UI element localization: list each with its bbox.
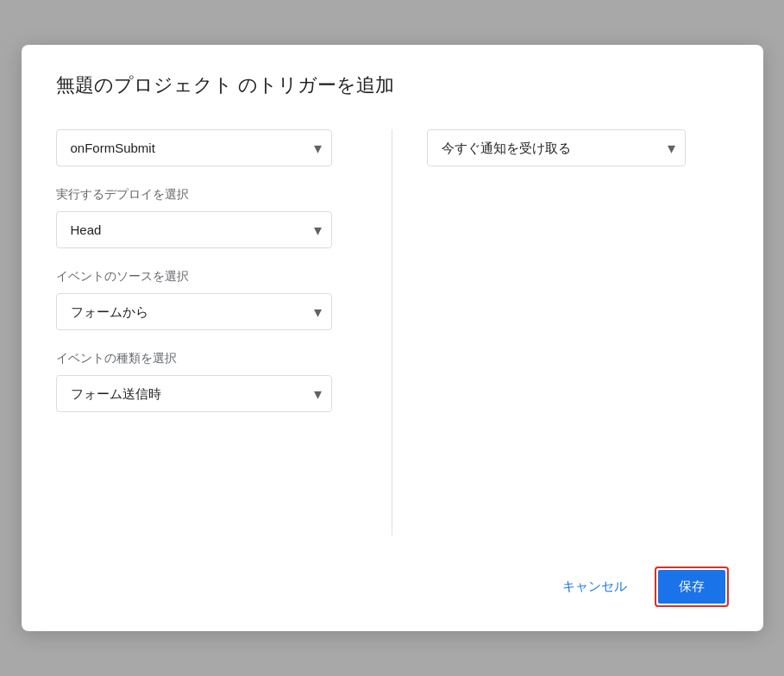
function-select[interactable]: onFormSubmit onOpen onEdit onChange bbox=[56, 129, 332, 166]
save-button-highlight: 保存 bbox=[655, 566, 729, 607]
cancel-button[interactable]: キャンセル bbox=[549, 570, 641, 604]
save-button[interactable]: 保存 bbox=[658, 570, 725, 604]
event-type-select-wrapper: フォーム送信時 開いたとき ▾ bbox=[56, 375, 332, 412]
deploy-select-wrapper: Head ▾ bbox=[56, 211, 332, 248]
notify-select-wrapper: 今すぐ通知を受け取る 毎日 週1回 ▾ bbox=[427, 129, 686, 166]
left-panel: onFormSubmit onOpen onEdit onChange ▾ 実行… bbox=[56, 129, 393, 535]
deploy-select[interactable]: Head bbox=[56, 211, 332, 248]
right-panel: 今すぐ通知を受け取る 毎日 週1回 ▾ bbox=[392, 129, 729, 535]
event-source-section-label: イベントのソースを選択 bbox=[56, 269, 358, 285]
dialog-title: 無題のプロジェクト のトリガーを追加 bbox=[56, 72, 729, 98]
dialog-body: onFormSubmit onOpen onEdit onChange ▾ 実行… bbox=[56, 129, 729, 535]
event-type-select[interactable]: フォーム送信時 開いたとき bbox=[56, 375, 332, 412]
event-source-select-wrapper: フォームから 時間主導型 ▾ bbox=[56, 293, 332, 330]
notify-select[interactable]: 今すぐ通知を受け取る 毎日 週1回 bbox=[427, 129, 686, 166]
deploy-section-label: 実行するデプロイを選択 bbox=[56, 187, 358, 203]
dialog-overlay: 無題のプロジェクト のトリガーを追加 onFormSubmit onOpen o… bbox=[0, 0, 784, 676]
dialog-footer: キャンセル 保存 bbox=[56, 566, 729, 607]
function-select-wrapper: onFormSubmit onOpen onEdit onChange ▾ bbox=[56, 129, 332, 166]
event-source-select[interactable]: フォームから 時間主導型 bbox=[56, 293, 332, 330]
dialog: 無題のプロジェクト のトリガーを追加 onFormSubmit onOpen o… bbox=[22, 45, 763, 631]
event-type-section-label: イベントの種類を選択 bbox=[56, 351, 358, 366]
